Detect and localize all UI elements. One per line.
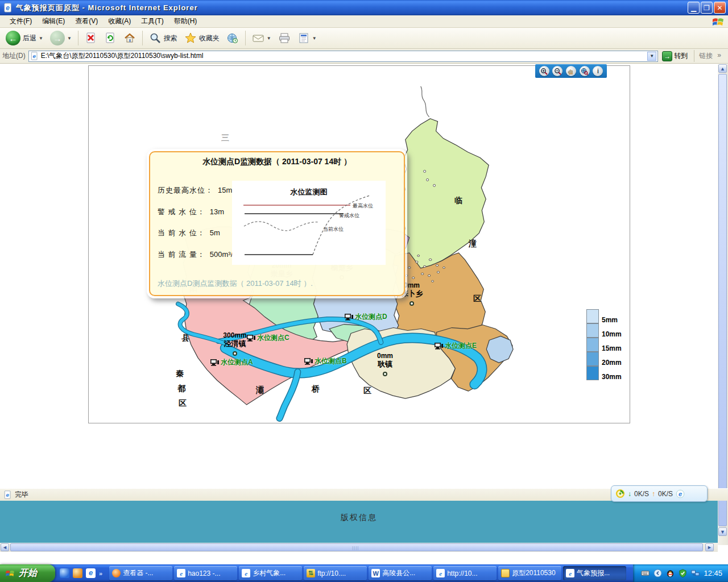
mail-button[interactable]: ▼ <box>250 31 274 45</box>
mail-dropdown-icon[interactable]: ▼ <box>267 36 271 41</box>
task-label: http://10... <box>447 569 477 577</box>
pan-hand-icon[interactable] <box>566 66 576 76</box>
svg-text:e: e <box>32 53 36 59</box>
town-marker-icon <box>383 372 387 376</box>
refresh-icon <box>104 32 117 44</box>
network-icon[interactable] <box>691 569 700 577</box>
quick-launch-more-icon[interactable]: » <box>99 570 102 577</box>
water-level-chart: 水位监测图 最高水位 警戒水位 当前水位 <box>232 181 386 265</box>
taskbar-task-1[interactable]: ehao123 -... <box>174 566 237 580</box>
history-button[interactable] <box>224 31 241 45</box>
popup-field-warning-level: 警 戒 水 位：13m <box>158 207 224 217</box>
links-bar[interactable]: 链接 » <box>694 50 726 62</box>
vertical-scroll-thumb[interactable] <box>718 74 727 526</box>
taskbar-task-2[interactable]: e乡村气象... <box>239 566 302 580</box>
legend-color-swatch <box>586 338 599 352</box>
messenger-icon[interactable] <box>60 568 69 578</box>
horizontal-scroll-thumb[interactable]: |||| <box>10 543 703 551</box>
tray-clock[interactable]: 12:45 <box>704 569 722 577</box>
ie-quicklaunch-icon[interactable]: e <box>86 568 96 578</box>
menu-item-0[interactable]: 文件(F) <box>5 15 37 28</box>
taskbar-task-6[interactable]: 原型20110530 <box>498 566 561 580</box>
print-button[interactable] <box>276 31 293 45</box>
forward-button[interactable]: → ▼ <box>48 30 74 47</box>
district-label: 区 <box>473 294 481 304</box>
taskbar-task-4[interactable]: W高陵县公... <box>369 566 432 580</box>
task-buttons: 查看器 -...ehao123 -...e乡村气象...⇅ftp://10...… <box>109 566 626 580</box>
menu-item-1[interactable]: 编辑(E) <box>37 15 70 28</box>
menu-bar: 文件(F)编辑(E)查看(V)收藏(A)工具(T)帮助(H) <box>0 15 728 28</box>
zoom-in-icon[interactable] <box>539 66 549 76</box>
task-label: 气象预报... <box>577 568 610 578</box>
edit-button[interactable]: ▼ <box>295 31 319 45</box>
scroll-right-button[interactable]: ► <box>705 543 714 551</box>
go-button[interactable]: → 转到 <box>661 51 691 62</box>
zoom-out-icon[interactable] <box>552 66 562 76</box>
district-label: 临 <box>454 196 462 206</box>
go-label: 转到 <box>674 51 688 61</box>
legend-item-20mm: 20mm <box>586 352 622 366</box>
back-button[interactable]: ← 后退 ▼ <box>3 30 46 47</box>
task-label: ftp://10.... <box>317 569 346 577</box>
qq-penguin-icon[interactable] <box>666 569 675 577</box>
edit-dropdown-icon[interactable]: ▼ <box>312 36 317 41</box>
forward-dropdown-icon[interactable]: ▼ <box>67 36 72 41</box>
info-icon[interactable]: i <box>593 66 603 76</box>
task-label: hao123 -... <box>188 569 220 577</box>
keyboard-icon[interactable] <box>641 569 650 577</box>
back-dropdown-icon[interactable]: ▼ <box>39 36 43 41</box>
station-name: 水位测点B <box>315 356 347 366</box>
security-shield-icon[interactable] <box>679 569 687 577</box>
full-extent-icon[interactable] <box>580 66 590 76</box>
svg-text:e: e <box>6 492 9 498</box>
scroll-up-button[interactable]: ▲ <box>718 64 727 73</box>
legend-color-swatch <box>586 366 599 380</box>
speed-monitor-widget[interactable]: ↓ 0K/S ↑ 0K/S e <box>611 485 708 502</box>
water-station-水位测点A[interactable]: 水位测点A <box>210 357 253 367</box>
minimize-button[interactable]: ▁ <box>688 2 700 14</box>
horizontal-scrollbar[interactable]: ◄ |||| ► <box>0 543 718 552</box>
start-button[interactable]: 开始 <box>0 564 55 582</box>
vertical-scrollbar[interactable]: ▲ ▼ <box>718 64 728 545</box>
taskbar-task-0[interactable]: 查看器 -... <box>109 566 172 580</box>
legend-item-30mm: 30mm <box>586 366 622 380</box>
menu-item-4[interactable]: 工具(T) <box>136 15 168 28</box>
ie-logo-icon: e <box>3 3 13 13</box>
toolbar-separator <box>245 31 246 45</box>
stop-button[interactable] <box>82 31 100 45</box>
legend-color-swatch <box>586 309 599 323</box>
task-label: 查看器 -... <box>123 568 153 578</box>
water-station-水位测点B[interactable]: 水位测点B <box>304 356 347 366</box>
legend-label: 10mm <box>602 331 622 338</box>
taskbar-task-7[interactable]: e气象预报... <box>563 566 626 580</box>
links-more-icon[interactable]: » <box>717 51 721 61</box>
popup-field-current-flow: 当 前 流 量：500m³/s <box>158 250 237 260</box>
hide-icons-chevron-icon[interactable] <box>653 569 662 577</box>
chart-title: 水位监测图 <box>290 188 328 196</box>
search-button[interactable]: 搜索 <box>147 31 180 45</box>
quick-launch-bar: e » <box>55 568 107 578</box>
menu-item-3[interactable]: 收藏(A) <box>103 15 136 28</box>
legend-label: 15mm <box>602 345 622 352</box>
scroll-down-button[interactable]: ▼ <box>718 527 727 536</box>
toolbar-separator <box>78 31 78 45</box>
address-dropdown-icon[interactable]: ▼ <box>647 52 656 61</box>
taskbar-task-3[interactable]: ⇅ftp://10.... <box>304 566 367 580</box>
address-input[interactable]: e E:\气象台\原型20110530\原型20110530\swyb-list… <box>28 51 659 62</box>
close-button[interactable]: ✕ <box>714 2 726 14</box>
station-icon <box>434 342 444 350</box>
menu-item-5[interactable]: 帮助(H) <box>169 15 202 28</box>
taskbar-task-5[interactable]: ehttp://10... <box>433 566 497 580</box>
district-label: 灞 <box>256 385 264 396</box>
restore-button[interactable]: ❐ <box>701 2 713 14</box>
refresh-button[interactable] <box>102 31 119 45</box>
water-station-水位测点E[interactable]: 水位测点E <box>434 341 477 351</box>
media-player-icon[interactable] <box>73 568 82 578</box>
menu-item-2[interactable]: 查看(V) <box>70 15 103 28</box>
water-station-水位测点D[interactable]: 水位测点D <box>344 312 387 322</box>
scroll-left-button[interactable]: ◄ <box>1 543 9 551</box>
water-station-水位测点C[interactable]: 水位测点C <box>246 333 289 343</box>
address-label: 地址(D) <box>2 51 26 61</box>
favorites-button[interactable]: 收藏夹 <box>182 31 222 45</box>
home-button[interactable] <box>121 31 138 45</box>
